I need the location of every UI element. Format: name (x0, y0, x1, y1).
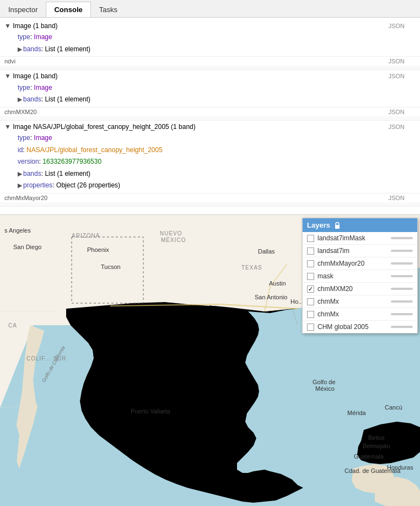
entry3-label-row: chmMxMayor20 JSON (0, 193, 420, 202)
layer-checkbox-2[interactable] (307, 260, 314, 267)
layers-panel: Layers landsat7imMasklandsat7imchmMxMayo… (302, 218, 418, 333)
layer-checkbox-6[interactable] (307, 311, 314, 318)
entry3-label-json[interactable]: JSON (389, 195, 405, 201)
entry1-json[interactable]: JSON (389, 21, 405, 31)
layer-slider-5[interactable] (391, 300, 413, 303)
entry1-header[interactable]: ▼ Image (1 band) (4, 21, 58, 31)
layer-slider-6[interactable] (391, 313, 413, 315)
layer-slider-0[interactable] (391, 237, 413, 239)
layer-name-5: chmMx (317, 298, 387, 305)
layer-checkbox-4[interactable] (307, 286, 314, 293)
layer-name-0: landsat7imMask (317, 234, 387, 242)
entry2-bands-row[interactable]: ▶ bands: List (1 element) (4, 94, 416, 106)
lock-icon[interactable] (333, 222, 341, 229)
layer-checkbox-7[interactable] (307, 324, 314, 331)
layer-name-3: mask (317, 272, 387, 280)
console-entry-2: ▼ Image (1 band) JSON type: Image ▶ band… (0, 70, 420, 107)
entry3-id-row: id: NASA/JPL/global_forest_canopy_height… (4, 144, 416, 157)
layer-name-1: landsat7im (317, 247, 387, 255)
console-area[interactable]: ▼ Image (1 band) JSON type: Image ▶ band… (0, 18, 420, 214)
layer-slider-3[interactable] (391, 275, 413, 277)
entry2-label-json[interactable]: JSON (389, 109, 405, 115)
layers-title: Layers (307, 221, 330, 229)
layers-list: landsat7imMasklandsat7imchmMxMayor20mask… (303, 232, 417, 333)
layer-slider-2[interactable] (391, 262, 413, 265)
entry2-type-row: type: Image (4, 82, 416, 94)
layer-item-5[interactable]: chmMx (303, 295, 417, 308)
layer-checkbox-5[interactable] (307, 298, 314, 305)
entry3-type-row: type: Image (4, 132, 416, 144)
svg-marker-9 (0, 215, 209, 317)
entry2-label: chmMXM20 (4, 109, 37, 115)
layers-header: Layers (303, 218, 417, 232)
tab-inspector[interactable]: Inspector (0, 2, 46, 17)
layer-item-7[interactable]: CHM global 2005 (303, 321, 417, 333)
entry1-bands-row[interactable]: ▶ bands: List (1 element) (4, 44, 416, 56)
layer-name-6: chmMx (317, 310, 387, 318)
layer-slider-4[interactable] (391, 288, 413, 290)
layer-checkbox-1[interactable] (307, 247, 314, 255)
console-entry-3: ▼ Image NASA/JPL/global_forest_canopy_he… (0, 121, 420, 193)
svg-rect-26 (335, 225, 340, 229)
entry1-label: ndvi (4, 58, 15, 64)
entry1-label-row: ndvi JSON (0, 57, 420, 66)
entry1-type-row: type: Image (4, 31, 416, 44)
layer-item-6[interactable]: chmMx (303, 308, 417, 321)
entry2-header[interactable]: ▼ Image (1 band) (4, 71, 58, 82)
layer-slider-7[interactable] (391, 326, 413, 328)
layer-checkbox-0[interactable] (307, 235, 314, 242)
layer-item-4[interactable]: chmMXM20 (303, 283, 417, 295)
entry3-props-row[interactable]: ▶ properties: Object (26 properties) (4, 180, 416, 192)
tab-tasks[interactable]: Tasks (91, 2, 126, 17)
entry2-label-row: chmMXM20 JSON (0, 107, 420, 116)
layer-item-3[interactable]: mask (303, 270, 417, 283)
map-area[interactable]: Golfo de California ARIZONA Phoenix Tucs… (0, 215, 420, 506)
entry3-bands-row[interactable]: ▶ bands: List (1 element) (4, 168, 416, 180)
layer-item-2[interactable]: chmMxMayor20 (303, 257, 417, 270)
layer-name-2: chmMxMayor20 (317, 260, 387, 267)
entry3-version-row: version: 1633263977936530 (4, 156, 416, 168)
layer-slider-1[interactable] (391, 250, 413, 252)
entry3-json[interactable]: JSON (389, 122, 405, 132)
entry3-label: chmMxMayor20 (4, 195, 47, 201)
entry2-json[interactable]: JSON (389, 72, 405, 82)
console-entry-1: ▼ Image (1 band) JSON type: Image ▶ band… (0, 20, 420, 57)
top-panel: Inspector Console Tasks ▼ Image (1 band)… (0, 0, 420, 215)
layer-item-1[interactable]: landsat7im (303, 245, 417, 257)
layer-item-0[interactable]: landsat7imMask (303, 232, 417, 245)
entry3-header[interactable]: ▼ Image NASA/JPL/global_forest_canopy_he… (4, 122, 196, 132)
layer-name-7: CHM global 2005 (317, 323, 387, 331)
entry1-label-json[interactable]: JSON (389, 58, 405, 64)
tab-console[interactable]: Console (46, 2, 90, 17)
layer-checkbox-3[interactable] (307, 273, 314, 280)
tab-bar: Inspector Console Tasks (0, 0, 420, 18)
layer-name-4: chmMXM20 (317, 285, 387, 293)
